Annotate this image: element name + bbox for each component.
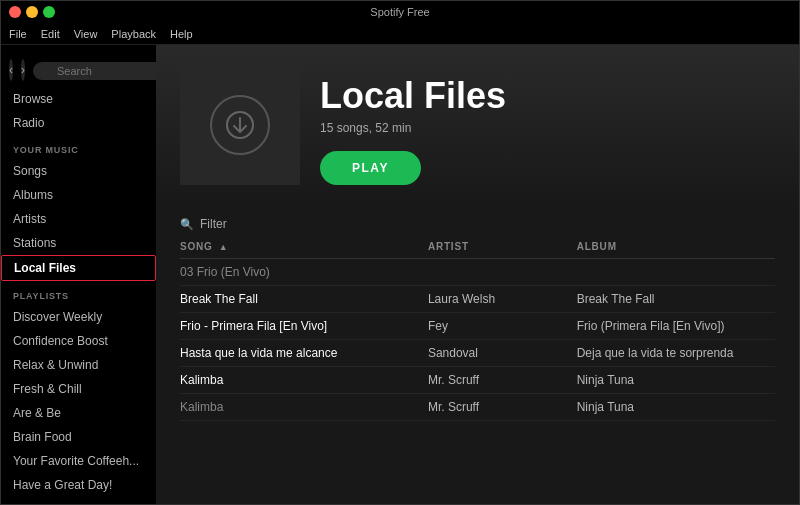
menu-view[interactable]: View <box>74 28 98 40</box>
sidebar-item-are-be[interactable]: Are & Be <box>1 401 156 425</box>
play-button[interactable]: PLAY <box>320 151 421 185</box>
sidebar-item-browse[interactable]: Browse <box>1 87 156 111</box>
track-song-0: 03 Frio (En Vivo) <box>180 265 428 279</box>
filter-bar[interactable]: 🔍 Filter <box>156 205 799 237</box>
page-title: Local Files <box>320 75 775 117</box>
forward-button[interactable]: › <box>21 59 25 81</box>
sidebar-item-discover-weekly[interactable]: Discover Weekly <box>1 305 156 329</box>
track-artist-3: Sandoval <box>428 346 577 360</box>
track-rows-container: 03 Frio (En Vivo) Break The Fall Laura W… <box>180 259 775 421</box>
menu-bar: File Edit View Playback Help <box>1 23 799 45</box>
close-button[interactable] <box>9 6 21 18</box>
column-song-header: SONG ▲ <box>180 241 428 252</box>
track-song-3: Hasta que la vida me alcance <box>180 346 428 360</box>
header-info: Local Files 15 songs, 52 min PLAY <box>320 75 775 185</box>
track-artist-5: Mr. Scruff <box>428 400 577 414</box>
track-song-4: Kalimba <box>180 373 428 387</box>
column-album-header: ALBUM <box>577 241 775 252</box>
filter-icon: 🔍 <box>180 218 194 231</box>
sidebar-item-fresh-chill[interactable]: Fresh & Chill <box>1 377 156 401</box>
sidebar-item-confidence-boost[interactable]: Confidence Boost <box>1 329 156 353</box>
track-song-5: Kalimba <box>180 400 428 414</box>
track-artist-2: Fey <box>428 319 577 333</box>
back-button[interactable]: ‹ <box>9 59 13 81</box>
track-album-3: Deja que la vida te sorprenda <box>577 346 775 360</box>
app-body: ‹ › 🔍 UPGRADE Browse Radio YOUR MUSIC So… <box>1 45 799 505</box>
sidebar-item-local-files[interactable]: Local Files <box>1 255 156 281</box>
track-row[interactable]: Kalimba Mr. Scruff Ninja Tuna <box>180 394 775 421</box>
track-album-5: Ninja Tuna <box>577 400 775 414</box>
sidebar-item-tour-music[interactable]: Tour Music <box>1 497 156 505</box>
track-album-2: Frio (Primera Fila [En Vivo]) <box>577 319 775 333</box>
sort-icon: ▲ <box>219 242 229 252</box>
content-header: Local Files 15 songs, 52 min PLAY <box>156 45 799 205</box>
album-art-icon <box>210 95 270 155</box>
track-row[interactable]: 03 Frio (En Vivo) <box>180 259 775 286</box>
search-input[interactable] <box>33 62 156 80</box>
sidebar-item-songs[interactable]: Songs <box>1 159 156 183</box>
sidebar-item-stations[interactable]: Stations <box>1 231 156 255</box>
menu-help[interactable]: Help <box>170 28 193 40</box>
maximize-button[interactable] <box>43 6 55 18</box>
playlists-section-label: PLAYLISTS <box>1 281 156 305</box>
app-title: Spotify Free <box>370 6 429 18</box>
column-artist-header: ARTIST <box>428 241 577 252</box>
track-song-1: Break The Fall <box>180 292 428 306</box>
sidebar-item-brain-food[interactable]: Brain Food <box>1 425 156 449</box>
sidebar-item-relax-unwind[interactable]: Relax & Unwind <box>1 353 156 377</box>
main-content: Local Files 15 songs, 52 min PLAY 🔍 Filt… <box>156 45 799 505</box>
track-row[interactable]: Break The Fall Laura Welsh Break The Fal… <box>180 286 775 313</box>
search-wrapper: 🔍 <box>33 61 156 80</box>
track-row[interactable]: Hasta que la vida me alcance Sandoval De… <box>180 340 775 367</box>
track-row[interactable]: Kalimba Mr. Scruff Ninja Tuna <box>180 367 775 394</box>
your-music-section-label: YOUR MUSIC <box>1 135 156 159</box>
window-controls[interactable] <box>9 6 55 18</box>
sidebar-item-albums[interactable]: Albums <box>1 183 156 207</box>
sidebar-item-radio[interactable]: Radio <box>1 111 156 135</box>
minimize-button[interactable] <box>26 6 38 18</box>
sidebar-item-artists[interactable]: Artists <box>1 207 156 231</box>
title-bar: Spotify Free <box>1 1 799 23</box>
track-album-1: Break The Fall <box>577 292 775 306</box>
sidebar-item-your-favorite[interactable]: Your Favorite Coffeeh... <box>1 449 156 473</box>
top-nav-bar: ‹ › 🔍 UPGRADE <box>1 53 156 87</box>
menu-edit[interactable]: Edit <box>41 28 60 40</box>
header-subtitle: 15 songs, 52 min <box>320 121 775 135</box>
album-art <box>180 65 300 185</box>
track-list-header: SONG ▲ ARTIST ALBUM <box>180 237 775 259</box>
track-artist-1: Laura Welsh <box>428 292 577 306</box>
sidebar: ‹ › 🔍 UPGRADE Browse Radio YOUR MUSIC So… <box>1 45 156 505</box>
track-song-2: Frio - Primera Fila [En Vivo] <box>180 319 428 333</box>
track-list: SONG ▲ ARTIST ALBUM 03 Frio (En Vivo) Br… <box>156 237 799 421</box>
filter-label: Filter <box>200 217 227 231</box>
track-artist-4: Mr. Scruff <box>428 373 577 387</box>
menu-file[interactable]: File <box>9 28 27 40</box>
track-album-4: Ninja Tuna <box>577 373 775 387</box>
sidebar-item-have-great-day[interactable]: Have a Great Day! <box>1 473 156 497</box>
menu-playback[interactable]: Playback <box>111 28 156 40</box>
track-row[interactable]: Frio - Primera Fila [En Vivo] Fey Frio (… <box>180 313 775 340</box>
